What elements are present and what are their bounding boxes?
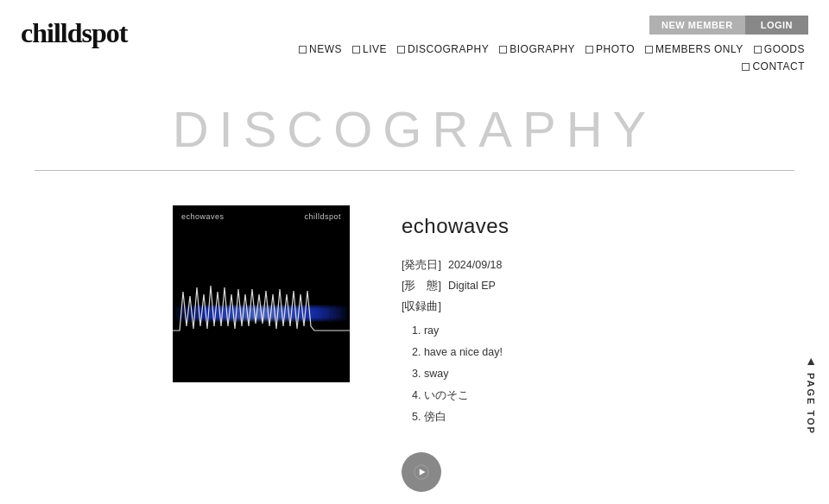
album-art-inner: echowaves chilldspot (173, 205, 350, 382)
nav-checkbox-members (645, 46, 653, 54)
track-4: 4. いのそこ (402, 385, 509, 406)
tracklist: 1. ray 2. have a nice day! 3. sway 4. いの… (402, 320, 509, 428)
track-5: 5. 傍白 (402, 406, 509, 428)
login-button[interactable]: LOGIN (745, 16, 808, 35)
nav-checkbox-live (352, 46, 360, 54)
nav-row-2: CONTACT (738, 59, 808, 74)
nav-link-news[interactable]: NEWS (295, 41, 345, 57)
nav-link-members[interactable]: MEMBERS ONLY (642, 41, 747, 57)
nav-checkbox-biography (499, 46, 507, 54)
page-title: DISCOGRAPHY (0, 100, 829, 158)
track-1: 1. ray (402, 320, 509, 342)
album-art-label-left: echowaves (181, 212, 225, 221)
main-content: echowaves chilldspot (0, 171, 829, 504)
top-buttons: NEW MEMBER LOGIN (649, 16, 808, 35)
nav-link-live[interactable]: LIVE (349, 41, 390, 57)
nav-checkbox-contact (742, 63, 750, 71)
release-date-row: [発売日] 2024/09/18 (402, 255, 509, 276)
nav-link-goods[interactable]: GOODS (750, 41, 808, 57)
nav-link-contact[interactable]: CONTACT (738, 59, 808, 74)
format-value: Digital EP (448, 276, 496, 297)
nav-link-photo[interactable]: PHOTO (582, 41, 638, 57)
site-logo: chilldspot (21, 16, 127, 47)
page-top[interactable]: ▲ PAGE TOP (805, 354, 817, 435)
release-date-label: [発売日] (402, 255, 441, 276)
tracklist-label: [収録曲] (402, 297, 509, 318)
album-info: echowaves [発売日] 2024/09/18 [形 態] Digital… (402, 205, 509, 492)
format-row: [形 態] Digital EP (402, 276, 509, 297)
play-btn-area (402, 452, 509, 492)
track-2: 2. have a nice day! (402, 342, 509, 363)
nav-rows: NEWS LIVE DISCOGRAPHY BIOGRAPHY PHOTO ME… (295, 41, 808, 74)
nav-checkbox-photo (585, 46, 593, 54)
new-member-button[interactable]: NEW MEMBER (649, 16, 745, 35)
play-button[interactable] (402, 452, 441, 492)
album-meta: [発売日] 2024/09/18 [形 態] Digital EP [収録曲] (402, 255, 509, 317)
album-title: echowaves (402, 214, 509, 238)
page-top-label: PAGE TOP (806, 373, 816, 435)
page-title-area: DISCOGRAPHY (0, 74, 829, 170)
nav-link-discography[interactable]: DISCOGRAPHY (394, 41, 492, 57)
nav-row-1: NEWS LIVE DISCOGRAPHY BIOGRAPHY PHOTO ME… (295, 41, 808, 57)
album-art-label-right: chilldspot (304, 212, 341, 221)
waveform-svg (173, 279, 350, 348)
header: chilldspot NEW MEMBER LOGIN NEWS LIVE DI… (0, 0, 829, 74)
release-date-value: 2024/09/18 (448, 255, 503, 276)
play-icon (414, 464, 429, 480)
nav-checkbox-news (299, 46, 307, 54)
format-label: [形 態] (402, 276, 441, 297)
nav-link-biography[interactable]: BIOGRAPHY (496, 41, 579, 57)
album-art: echowaves chilldspot (173, 205, 350, 382)
page-top-arrow-icon: ▲ (805, 354, 817, 368)
nav-checkbox-discography (397, 46, 405, 54)
nav-area: NEW MEMBER LOGIN NEWS LIVE DISCOGRAPHY B… (295, 16, 808, 74)
nav-checkbox-goods (754, 46, 762, 54)
track-3: 3. sway (402, 363, 509, 385)
